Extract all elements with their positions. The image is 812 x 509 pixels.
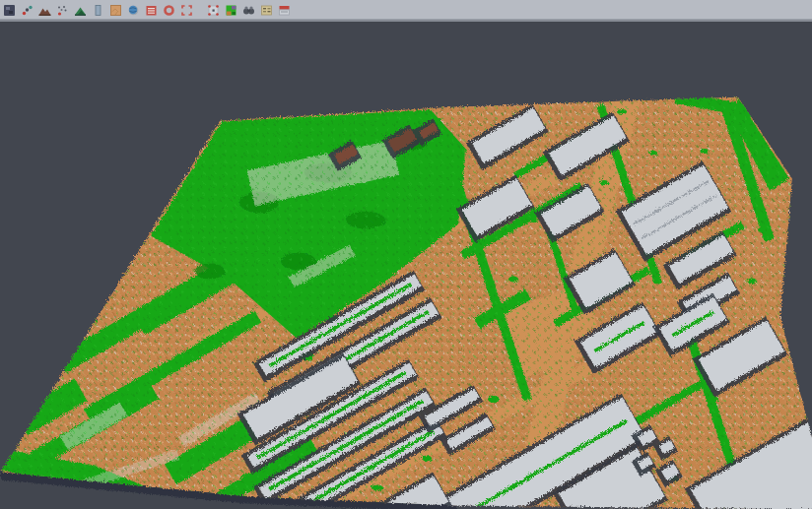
red-brackets-icon[interactable] bbox=[179, 3, 193, 17]
binoculars-icon[interactable] bbox=[241, 3, 255, 17]
scatter-points-icon[interactable] bbox=[20, 3, 34, 17]
ortho-image-icon[interactable] bbox=[108, 3, 122, 17]
brown-terrain-icon[interactable] bbox=[37, 3, 51, 17]
corner-points-grid-icon[interactable] bbox=[206, 3, 220, 17]
blue-column-icon[interactable] bbox=[91, 3, 104, 17]
main-toolbar bbox=[0, 0, 812, 22]
dark-tile-icon[interactable] bbox=[2, 3, 16, 17]
sparse-points-icon[interactable] bbox=[55, 3, 69, 17]
app-window bbox=[0, 0, 812, 509]
3d-viewport[interactable] bbox=[0, 22, 812, 509]
red-ring-icon[interactable] bbox=[162, 3, 175, 17]
red-header-panel-icon[interactable] bbox=[277, 3, 291, 17]
globe-icon[interactable] bbox=[126, 3, 140, 17]
red-profile-lines-icon[interactable] bbox=[144, 3, 158, 17]
point-cloud-canvas[interactable] bbox=[0, 22, 812, 509]
attribute-table-icon[interactable] bbox=[259, 3, 273, 17]
classification-map-icon[interactable] bbox=[224, 3, 237, 17]
green-surface-icon[interactable] bbox=[73, 3, 87, 17]
